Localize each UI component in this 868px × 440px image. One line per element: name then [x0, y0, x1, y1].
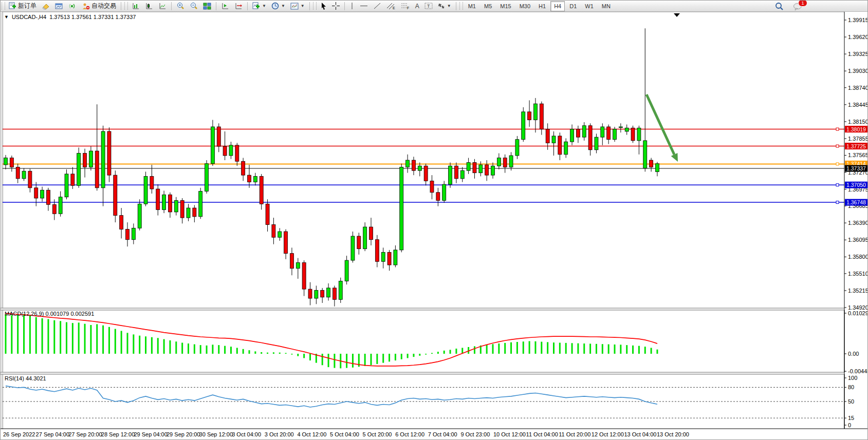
- time-tick-label: 3 Oct 20:00: [265, 431, 294, 437]
- vertical-line-tool-button[interactable]: [347, 1, 357, 11]
- rsi-tick-label: 80: [848, 384, 854, 390]
- line-chart-button[interactable]: [156, 1, 169, 11]
- candle-body: [418, 166, 421, 170]
- auto-scroll-button[interactable]: [232, 1, 245, 11]
- candle-body: [315, 290, 318, 298]
- tile-windows-button[interactable]: [200, 1, 214, 11]
- crosshair-icon: [332, 2, 340, 10]
- chart-template-button[interactable]: ▼: [288, 1, 307, 11]
- symbol-ohlc-values: 1.37513 1.37561 1.37331 1.37337: [49, 14, 136, 20]
- candle-body: [595, 137, 598, 150]
- zoom-in-button[interactable]: [174, 1, 187, 11]
- candle-body: [339, 281, 342, 299]
- candle-body: [345, 260, 348, 281]
- notifications-button[interactable]: 1: [790, 1, 805, 12]
- broadcast-button[interactable]: [66, 1, 79, 11]
- candle-body: [625, 128, 629, 131]
- timeframe-button-M1[interactable]: M1: [465, 1, 479, 11]
- cursor-tool-button[interactable]: [318, 1, 329, 11]
- svg-text:E: E: [393, 6, 395, 10]
- time-tick-label: 26 Sep 2022: [3, 431, 35, 437]
- candle-body: [193, 208, 196, 217]
- fibonacci-icon: F: [401, 2, 410, 10]
- candlestick-chart-button[interactable]: [142, 1, 156, 11]
- candle-body: [631, 128, 635, 141]
- timeframe-button-D1[interactable]: D1: [566, 1, 580, 11]
- rsi-tick-label: 15: [848, 415, 854, 421]
- candle-body: [205, 164, 209, 192]
- mt4-window: { "toolbar": { "new_order_label": "新订单",…: [0, 0, 868, 440]
- fibonacci-tool-button[interactable]: F: [398, 1, 413, 11]
- new-order-button[interactable]: 新订单: [6, 1, 39, 11]
- horizontal-line-tool-button[interactable]: [357, 1, 371, 11]
- candle-body: [260, 176, 263, 204]
- time-tick-label: 9 Oct 23:00: [460, 431, 490, 437]
- price-tick-label: 1.35215: [848, 288, 868, 294]
- candle-body: [101, 131, 105, 188]
- toolbar-grip[interactable]: [313, 2, 317, 10]
- chart-window-button[interactable]: [52, 1, 66, 11]
- candle-body: [540, 104, 543, 129]
- candle-body: [533, 104, 537, 120]
- arrows-tool-button[interactable]: ▼: [435, 1, 454, 11]
- trendline-tool-button[interactable]: [371, 1, 384, 11]
- search-button[interactable]: [772, 1, 786, 12]
- channel-tool-button[interactable]: E: [384, 1, 398, 11]
- periods-button[interactable]: ▼: [269, 1, 288, 11]
- timeframe-button-M30[interactable]: M30: [516, 1, 534, 11]
- pane-separator[interactable]: [1, 308, 868, 310]
- candle-body: [199, 192, 202, 217]
- candle-body: [180, 200, 184, 218]
- chart-canvas[interactable]: 1.399151.396201.393251.390301.387401.384…: [1, 1, 868, 440]
- candle-body: [436, 193, 440, 201]
- chart-shift-icon: [221, 3, 229, 10]
- candle-body: [497, 158, 501, 166]
- candlestick-chart-icon: [145, 3, 153, 10]
- bar-chart-button[interactable]: [129, 1, 142, 11]
- crosshair-tool-button[interactable]: [329, 1, 342, 11]
- text-tool-button[interactable]: A: [413, 1, 422, 11]
- line-handle: [836, 163, 839, 165]
- price-tick-label: 1.38150: [848, 119, 868, 125]
- timeframe-button-W1[interactable]: W1: [581, 1, 597, 11]
- channel-icon: E: [386, 2, 396, 10]
- timeframe-button-H4[interactable]: H4: [550, 1, 565, 11]
- indicators-button[interactable]: ▼: [250, 1, 269, 11]
- candle-body: [46, 190, 50, 204]
- toolbar-grip[interactable]: [459, 2, 463, 10]
- toolbar-grip[interactable]: [2, 2, 5, 10]
- symbol-name: USDCAD-,H4: [12, 14, 46, 20]
- candle-body: [570, 129, 574, 142]
- time-tick-label: 5 Oct 04:00: [330, 431, 359, 437]
- time-tick-label: 13 Oct 04:00: [624, 431, 656, 437]
- symbol-dropdown-icon[interactable]: ▼: [4, 14, 9, 20]
- label-tool-button[interactable]: T: [422, 1, 435, 11]
- time-tick-label: 4 Oct 12:00: [297, 431, 326, 437]
- chart-shift-button[interactable]: [218, 1, 232, 11]
- toolbar-grip[interactable]: [124, 2, 128, 10]
- zoom-out-button[interactable]: [187, 1, 200, 11]
- toolbar-separator: [456, 2, 456, 10]
- toolbar-separator: [171, 2, 172, 10]
- candle-body: [515, 140, 519, 156]
- candle-body: [34, 188, 38, 198]
- candle-body: [370, 227, 373, 240]
- eraser-button[interactable]: [39, 1, 52, 11]
- timeframe-button-M5[interactable]: M5: [481, 1, 495, 11]
- candle-body: [467, 162, 470, 170]
- svg-text:T: T: [427, 4, 430, 9]
- candle-body: [582, 126, 586, 137]
- label-icon: T: [424, 2, 433, 10]
- zoom-out-icon: [190, 2, 198, 10]
- main-toolbar: 新订单 自动交易: [1, 1, 868, 12]
- pane-separator[interactable]: [1, 372, 868, 374]
- price-tick-label: 1.36390: [848, 220, 868, 226]
- timeframe-button-H1[interactable]: H1: [535, 1, 549, 11]
- auto-trading-button[interactable]: 自动交易: [79, 1, 119, 11]
- timeframe-button-MN[interactable]: MN: [598, 1, 614, 11]
- candle-body: [187, 208, 190, 218]
- timeframe-group: M1M5M15M30H1H4D1W1MN: [464, 1, 615, 11]
- timeframe-button-M15[interactable]: M15: [496, 1, 514, 11]
- chart-background[interactable]: [2, 12, 868, 440]
- candle-body: [223, 146, 227, 156]
